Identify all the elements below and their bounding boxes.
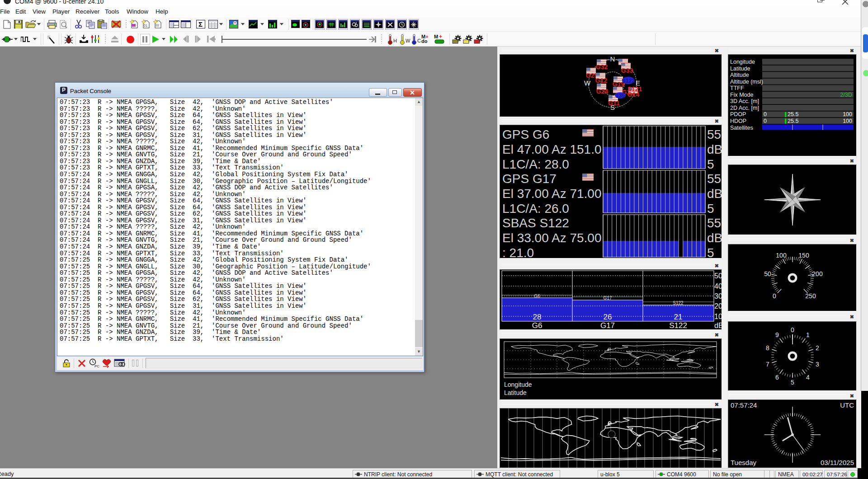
svg-text:2: 2 (816, 344, 819, 352)
svg-text:20: 20 (714, 302, 722, 310)
svg-text:dB: dB (707, 231, 722, 245)
svg-text:150: 150 (798, 252, 809, 259)
svg-text:UTC: UTC (840, 401, 854, 409)
svg-text:El 33.00 Az 75.00: El 33.00 Az 75.00 (502, 231, 602, 245)
svg-text:0: 0 (791, 326, 794, 333)
svg-text:5: 5 (707, 202, 714, 216)
svg-text:L1C/A: 26.0: L1C/A: 26.0 (502, 202, 569, 216)
svg-text:250: 250 (805, 292, 816, 300)
svg-text:L1C/A: 28.0: L1C/A: 28.0 (502, 157, 569, 171)
svg-text:100: 100 (843, 118, 852, 124)
svg-text:Latitude: Latitude (504, 389, 527, 396)
svg-text:Tuesday: Tuesday (731, 459, 756, 466)
svg-text:200: 200 (812, 270, 823, 277)
svg-text:55: 55 (707, 216, 721, 230)
svg-text:07:57:24: 07:57:24 (731, 401, 757, 409)
svg-text:Altitude: Altitude (730, 72, 749, 78)
svg-text:30: 30 (714, 292, 722, 300)
svg-text:Longitude: Longitude (504, 381, 532, 388)
svg-text:dB: dB (707, 142, 722, 156)
svg-text:S122: S122 (622, 78, 635, 84)
svg-text:W: W (584, 79, 591, 87)
svg-text:Satellites: Satellites (730, 125, 753, 131)
svg-text:dB: dB (714, 322, 722, 329)
svg-text:S122: S122 (669, 321, 687, 329)
svg-text:2D Acc. [m]: 2D Acc. [m] (730, 105, 759, 111)
svg-text:GPS G17: GPS G17 (502, 172, 557, 186)
svg-text:5: 5 (791, 379, 794, 386)
svg-text:Latitude: Latitude (730, 66, 750, 72)
svg-text:03/11/2025: 03/11/2025 (821, 459, 854, 466)
svg-text:: 21.0: : 21.0 (502, 246, 534, 258)
svg-text:26: 26 (604, 313, 612, 321)
svg-text:TTFF: TTFF (730, 85, 744, 91)
svg-text:N: N (610, 55, 615, 63)
svg-text:9: 9 (775, 331, 779, 338)
svg-text:28: 28 (533, 313, 542, 321)
svg-text:dB: dB (707, 187, 722, 201)
svg-text:Σ: Σ (198, 20, 203, 28)
svg-text:S122: S122 (673, 301, 684, 305)
svg-text:25.5: 25.5 (788, 118, 798, 124)
svg-text:S121: S121 (627, 85, 642, 93)
svg-text:PDOP: PDOP (730, 111, 746, 117)
svg-text:GPS G6: GPS G6 (502, 127, 549, 141)
svg-text:100: 100 (776, 252, 787, 259)
svg-text:5: 5 (707, 157, 714, 171)
svg-text:G6: G6 (532, 321, 542, 329)
svg-text:4: 4 (806, 374, 810, 381)
svg-text:El 37.00 Az 71.00: El 37.00 Az 71.00 (502, 187, 602, 201)
svg-text:PC: PC (94, 364, 99, 368)
svg-text:6: 6 (775, 374, 779, 381)
svg-text:G17: G17 (600, 321, 615, 329)
svg-text:135: 135 (616, 93, 625, 99)
svg-text:10: 10 (714, 313, 722, 320)
svg-text:G11: G11 (608, 99, 620, 107)
svg-text:El 47.00 Az 151.0: El 47.00 Az 151.0 (502, 142, 602, 156)
svg-text:G32: G32 (596, 63, 608, 70)
svg-text:01: 01 (144, 24, 147, 27)
svg-text:M: M (434, 34, 438, 39)
svg-text:21: 21 (674, 313, 683, 321)
svg-text:2/3D: 2/3D (840, 92, 852, 98)
svg-text:Altitude (msl): Altitude (msl) (730, 79, 763, 85)
svg-text:1: 1 (806, 331, 810, 338)
svg-text:+: + (355, 21, 357, 24)
svg-text:55: 55 (707, 172, 721, 186)
svg-text:SBAS S122: SBAS S122 (502, 216, 569, 230)
svg-text:G6: G6 (534, 294, 540, 299)
svg-text:8: 8 (766, 344, 769, 352)
svg-text:Fix Mode: Fix Mode (730, 92, 753, 98)
svg-text:40: 40 (714, 282, 722, 290)
svg-text:100: 100 (843, 111, 852, 117)
svg-text:0: 0 (764, 111, 767, 117)
svg-text:G17: G17 (604, 296, 612, 301)
svg-text:+: + (439, 34, 442, 40)
svg-text:HDOP: HDOP (730, 118, 746, 124)
svg-text:3: 3 (816, 361, 819, 368)
svg-text:0: 0 (764, 118, 767, 124)
svg-text:25.5: 25.5 (788, 111, 798, 117)
svg-text:0: 0 (773, 292, 776, 300)
svg-text:Longitude: Longitude (730, 59, 755, 65)
svg-text:G24: G24 (596, 88, 609, 95)
svg-text:50: 50 (714, 272, 722, 280)
svg-text:5: 5 (707, 246, 714, 258)
svg-text:7: 7 (766, 361, 769, 368)
svg-text:50: 50 (764, 270, 771, 277)
svg-text:55: 55 (707, 127, 721, 141)
svg-text:3D Acc. [m]: 3D Acc. [m] (730, 98, 759, 104)
svg-text:G33: G33 (621, 67, 633, 74)
svg-text:G12: G12 (595, 77, 608, 84)
